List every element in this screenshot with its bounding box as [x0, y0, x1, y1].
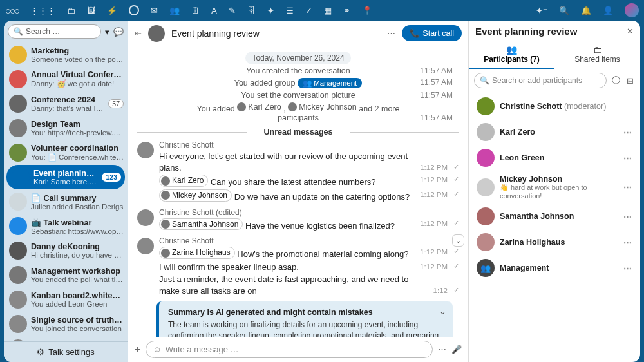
message-line: Mickey Johnson Do we have an update on t… [159, 189, 459, 204]
search-icon: 🔍 [480, 76, 489, 85]
system-time: 11:57 AM [420, 113, 453, 122]
participant-menu-icon[interactable]: ⋯ [623, 212, 632, 222]
tables-icon[interactable]: ▦ [324, 6, 332, 15]
close-icon[interactable]: ✕ [627, 26, 634, 36]
conversation-item[interactable]: Management workshop You ended the poll w… [4, 263, 128, 287]
ai-summary-box: ⌄ Summary is AI generated and might cont… [156, 301, 453, 337]
notes-icon[interactable]: ✎ [229, 6, 236, 15]
participant-name: Samantha Johnson [500, 212, 618, 221]
room-menu-icon[interactable]: ⋯ [387, 28, 395, 38]
info-icon[interactable]: ⓘ [611, 73, 621, 88]
list-icon[interactable]: ☰ [286, 6, 294, 15]
participant-menu-icon[interactable]: ⋯ [623, 238, 632, 247]
deck-icon[interactable]: 🗄 [247, 6, 256, 15]
participant-row[interactable]: Karl Zero ⋯ [471, 119, 638, 145]
participant-row[interactable]: Zarina Holighaus ⋯ [471, 229, 638, 255]
conversation-item[interactable]: 📺 Talk webinar Sebastian: https://www.op… [4, 214, 128, 238]
assistant-icon[interactable]: ✦⁺ [536, 6, 547, 15]
participant-row[interactable]: Leon Green ⋯ [471, 145, 638, 171]
system-message: You added group 👥 Management11:57 AM [137, 77, 459, 90]
mention-chip[interactable]: Zarina Holighaus [159, 247, 235, 259]
conversation-item[interactable]: Conference 2024 Danny: that's what I mea… [4, 91, 128, 116]
talk-settings-button[interactable]: ⚙ Talk settings [4, 341, 128, 362]
date-separator: Today, November 26, 2024 [245, 52, 350, 64]
star-icon[interactable]: ✦ [267, 6, 274, 15]
conversation-item[interactable]: Kanban board2.whiteboard You added Leon … [4, 287, 128, 312]
conversation-item[interactable]: Danny deKooning Hi christine, do you hav… [4, 238, 128, 263]
participant-search-input[interactable]: 🔍 Search or add participants [474, 73, 607, 88]
sidebar-toggle-icon[interactable]: ⇤ [135, 28, 142, 38]
tab-participants[interactable]: 👥 Participants (7) [469, 42, 554, 69]
conversation-avatar [9, 144, 27, 162]
start-call-button[interactable]: 📞 Start call [402, 25, 462, 41]
conversation-item[interactable]: Management meeting You: https://tech-pre… [4, 336, 128, 341]
participant-menu-icon[interactable]: ⋯ [623, 263, 632, 273]
mail-icon[interactable]: ✉ [151, 6, 158, 15]
participant-row[interactable]: Mickey Johnson 👋 hard at work but open t… [471, 171, 638, 204]
participants-list: Christine Schott (moderator) Karl Zero ⋯… [469, 92, 640, 282]
contacts-menu-icon[interactable]: 👤 [603, 6, 613, 15]
activity-icon[interactable]: ⚡ [107, 6, 117, 15]
system-message: You set the conversation picture11:57 AM [137, 90, 459, 101]
emoji-icon[interactable]: ☺ [153, 345, 161, 354]
grid-icon[interactable]: ⊞ [625, 75, 635, 87]
conversation-avatar [12, 168, 30, 186]
notifications-icon[interactable]: 🔔 [581, 6, 591, 15]
text-icon[interactable]: A̲ [211, 6, 217, 15]
tab-shared-items[interactable]: 🗀 Shared items [554, 42, 640, 69]
new-conversation-icon[interactable]: 💬 [113, 27, 124, 37]
calendar-icon[interactable]: 🗓 [191, 6, 200, 15]
participant-avatar [477, 207, 495, 225]
participant-avatar [477, 123, 495, 141]
filter-icon[interactable]: ▾ [105, 27, 109, 37]
conversation-sidebar: 🔍 Search … ▾ 💬 Marketing Someone voted o… [4, 21, 128, 362]
conversation-item[interactable]: Annual Virtual Conference Danny: 🥳 we go… [4, 67, 128, 91]
more-compose-icon[interactable]: ⋯ [438, 345, 446, 354]
search-icon: 🔍 [14, 27, 23, 36]
message-time: 1:12 PM [420, 162, 448, 173]
message-scroll-area[interactable]: Today, November 26, 2024 You created the… [128, 46, 468, 337]
conversation-item[interactable]: Single source of truth.whiteb… You joine… [4, 312, 128, 336]
system-message: You created the conversation11:57 AM [137, 65, 459, 77]
conversation-item[interactable]: Event planning review Karl: Same here. T… [6, 165, 125, 189]
message-input[interactable]: ☺ Write a message … [146, 341, 433, 358]
link-icon[interactable]: ⚭ [343, 6, 350, 15]
photos-icon[interactable]: 🖼 [87, 6, 95, 15]
mention-chip[interactable]: Mickey Johnson [159, 189, 232, 202]
files-icon[interactable]: 🗀 [67, 6, 75, 15]
maps-icon[interactable]: 📍 [362, 6, 372, 15]
dashboard-icon[interactable]: ⋮⋮⋮ [30, 6, 55, 15]
conversation-list[interactable]: Marketing Someone voted on the poll Ho… … [4, 43, 128, 341]
participant-menu-icon[interactable]: ⋯ [623, 182, 632, 192]
conversation-title: Danny deKooning [31, 242, 124, 251]
message-group: Christine SchottHi everyone, let's get s… [137, 140, 459, 204]
conversation-subtitle: Hi christine, do you have a sec… [31, 251, 124, 259]
participant-menu-icon[interactable]: ⋯ [623, 153, 632, 163]
conversation-title: Management workshop [31, 267, 124, 276]
mention-chip[interactable]: Samantha Johnson [159, 218, 243, 231]
app-logo[interactable]: ○○○ [5, 5, 19, 16]
conversation-item[interactable]: 📄 Call summary Julien added Bastian Deri… [4, 189, 128, 214]
participant-status: 👋 hard at work but open to conversation! [500, 184, 618, 200]
voice-record-icon[interactable]: 🎤 [451, 345, 462, 354]
conversation-item[interactable]: Volunteer coordination You: 📄 Conference… [4, 140, 128, 165]
participant-row[interactable]: 👥 Management ⋯ [471, 255, 638, 281]
conversation-item[interactable]: Marketing Someone voted on the poll Ho… [4, 43, 128, 67]
system-time: 11:57 AM [420, 91, 453, 100]
chat-header: ⇤ Event planning review ⋯ 📞 Start call [128, 21, 468, 46]
conversation-item[interactable]: Design Team You: https://tech-preview.ne… [4, 116, 128, 140]
message-line: I will confirm the speaker lineup asap.1… [159, 262, 459, 273]
tasks-icon[interactable]: ✓ [305, 6, 312, 15]
user-avatar[interactable] [625, 3, 639, 17]
scroll-to-bottom-button[interactable]: ⌄ [452, 234, 464, 247]
conversation-search-input[interactable]: 🔍 Search … [8, 24, 101, 39]
contacts-icon[interactable]: 👥 [169, 6, 180, 15]
unified-search-icon[interactable]: 🔍 [559, 6, 569, 15]
chevron-down-icon[interactable]: ⌄ [439, 307, 446, 316]
talk-icon[interactable] [129, 5, 139, 15]
participant-row[interactable]: Samantha Johnson ⋯ [471, 204, 638, 229]
participant-row[interactable]: Christine Schott (moderator) [471, 93, 638, 119]
mention-chip[interactable]: Karl Zero [159, 175, 208, 187]
participant-menu-icon[interactable]: ⋯ [623, 128, 632, 137]
attach-icon[interactable]: + [135, 344, 140, 356]
